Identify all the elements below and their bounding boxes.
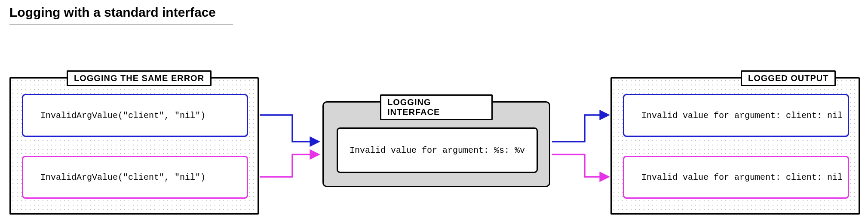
diagram-title: Logging with a standard interface xyxy=(9,5,233,25)
panel-outputs-label: LOGGED OUTPUT xyxy=(741,70,836,86)
panel-inputs: LOGGING THE SAME ERROR InvalidArgValue("… xyxy=(9,77,259,215)
panel-inputs-label: LOGGING THE SAME ERROR xyxy=(67,70,212,86)
diagram-root: Logging with a standard interface LOGGIN… xyxy=(0,0,868,224)
arrow-interface-to-output-magenta xyxy=(552,154,608,177)
arrow-input-magenta-to-interface xyxy=(260,154,318,177)
output-message-magenta: Invalid value for argument: client: nil xyxy=(623,156,849,199)
panel-interface-label: LOGGING INTERFACE xyxy=(380,94,493,120)
output-message-blue: Invalid value for argument: client: nil xyxy=(623,94,849,137)
panel-interface: LOGGING INTERFACE Invalid value for argu… xyxy=(322,101,550,187)
input-call-magenta: InvalidArgValue("client", "nil") xyxy=(22,156,248,199)
panel-outputs: LOGGED OUTPUT Invalid value for argument… xyxy=(610,77,860,215)
arrow-interface-to-output-blue xyxy=(552,115,608,142)
arrow-input-blue-to-interface xyxy=(260,115,318,142)
input-call-blue: InvalidArgValue("client", "nil") xyxy=(22,94,248,137)
interface-format-string: Invalid value for argument: %s: %v xyxy=(337,127,538,173)
